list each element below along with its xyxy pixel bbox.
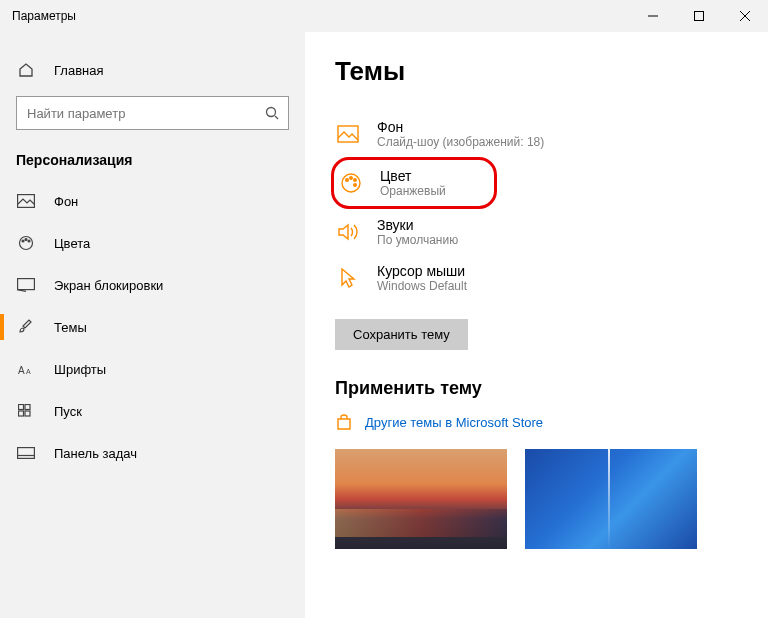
svg-point-9	[25, 239, 27, 241]
font-icon: AA	[16, 362, 36, 376]
setting-title: Звуки	[377, 217, 458, 233]
svg-point-26	[354, 184, 357, 187]
sidebar-item-label: Экран блокировки	[54, 278, 163, 293]
search-icon	[265, 106, 279, 120]
sidebar-item-label: Шрифты	[54, 362, 106, 377]
store-link[interactable]: Другие темы в Microsoft Store	[335, 413, 738, 431]
titlebar: Параметры	[0, 0, 768, 32]
theme-thumbnail[interactable]	[335, 449, 507, 549]
maximize-button[interactable]	[676, 0, 722, 32]
setting-cursor[interactable]: Курсор мыши Windows Default	[335, 255, 738, 301]
palette-icon	[338, 172, 364, 194]
taskbar-icon	[16, 447, 36, 459]
svg-point-4	[267, 108, 276, 117]
cursor-icon	[335, 267, 361, 289]
setting-subtitle: Windows Default	[377, 279, 467, 293]
store-link-label: Другие темы в Microsoft Store	[365, 415, 543, 430]
save-theme-button[interactable]: Сохранить тему	[335, 319, 468, 350]
setting-title: Цвет	[380, 168, 446, 184]
svg-point-25	[354, 179, 357, 182]
sidebar-item-label: Пуск	[54, 404, 82, 419]
main-content: Темы Фон Слайд-шоу (изображений: 18)	[305, 32, 768, 618]
image-icon	[16, 194, 36, 208]
svg-rect-11	[18, 279, 35, 290]
sidebar-item-label: Цвета	[54, 236, 90, 251]
page-title: Темы	[335, 56, 738, 87]
section-heading: Персонализация	[0, 138, 305, 174]
home-label: Главная	[54, 63, 103, 78]
image-icon	[335, 125, 361, 143]
svg-rect-18	[25, 411, 30, 416]
svg-rect-1	[695, 12, 704, 21]
svg-text:A: A	[18, 365, 25, 376]
sidebar-item-themes[interactable]: Темы	[0, 306, 305, 348]
svg-point-8	[22, 240, 24, 242]
setting-background[interactable]: Фон Слайд-шоу (изображений: 18)	[335, 111, 738, 157]
svg-point-23	[346, 179, 349, 182]
svg-rect-15	[19, 405, 24, 410]
sidebar-item-label: Панель задач	[54, 446, 137, 461]
sidebar-item-label: Темы	[54, 320, 87, 335]
setting-title: Фон	[377, 119, 544, 135]
svg-line-5	[275, 116, 278, 119]
svg-rect-21	[338, 126, 358, 142]
apply-theme-heading: Применить тему	[335, 378, 738, 399]
svg-point-10	[28, 240, 30, 242]
window-title: Параметры	[12, 9, 630, 23]
lockscreen-icon	[16, 278, 36, 292]
setting-sounds[interactable]: Звуки По умолчанию	[335, 209, 738, 255]
sound-icon	[335, 222, 361, 242]
svg-text:A: A	[26, 368, 31, 375]
store-bag-icon	[335, 413, 353, 431]
svg-rect-19	[18, 448, 35, 459]
theme-thumbnail[interactable]	[525, 449, 697, 549]
home-icon	[16, 62, 36, 78]
sidebar: Главная Персонализация Фон	[0, 32, 305, 618]
svg-rect-6	[18, 195, 35, 208]
sidebar-item-start[interactable]: Пуск	[0, 390, 305, 432]
sidebar-item-fonts[interactable]: AA Шрифты	[0, 348, 305, 390]
brush-icon	[16, 319, 36, 335]
start-icon	[16, 404, 36, 418]
svg-rect-16	[25, 405, 30, 410]
sidebar-item-taskbar[interactable]: Панель задач	[0, 432, 305, 474]
setting-subtitle: Слайд-шоу (изображений: 18)	[377, 135, 544, 149]
setting-title: Курсор мыши	[377, 263, 467, 279]
svg-point-24	[350, 177, 353, 180]
setting-subtitle: Оранжевый	[380, 184, 446, 198]
setting-subtitle: По умолчанию	[377, 233, 458, 247]
setting-color[interactable]: Цвет Оранжевый	[338, 164, 446, 202]
minimize-button[interactable]	[630, 0, 676, 32]
svg-rect-17	[19, 411, 24, 416]
sidebar-item-colors[interactable]: Цвета	[0, 222, 305, 264]
sidebar-item-background[interactable]: Фон	[0, 180, 305, 222]
home-link[interactable]: Главная	[0, 52, 305, 88]
palette-icon	[16, 235, 36, 251]
sidebar-item-label: Фон	[54, 194, 78, 209]
close-button[interactable]	[722, 0, 768, 32]
highlight-annotation: Цвет Оранжевый	[331, 157, 497, 209]
search-input[interactable]	[16, 96, 289, 130]
sidebar-item-lockscreen[interactable]: Экран блокировки	[0, 264, 305, 306]
